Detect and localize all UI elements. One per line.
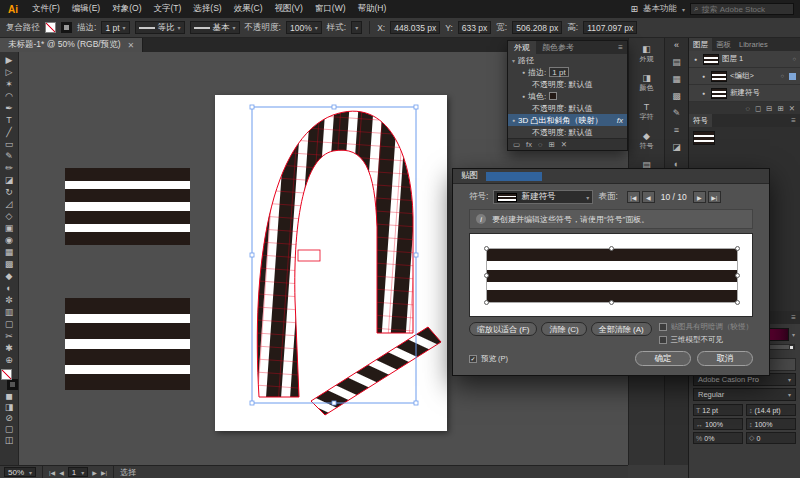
appearance-row-stroke[interactable]: ● 描边: 1 pt — [508, 66, 627, 78]
swatches-panel-icon[interactable]: ▩ — [672, 91, 681, 101]
lasso-tool[interactable]: ◠ — [1, 90, 18, 102]
zoom-level-select[interactable]: 50%▾ — [4, 467, 36, 477]
new-sublayer-icon[interactable]: ⊟ — [766, 104, 772, 113]
width-field[interactable]: 506.208 px — [512, 21, 562, 34]
tab-layers[interactable]: 图层 — [689, 38, 712, 51]
clear-button[interactable]: 清除 (C) — [541, 322, 586, 336]
x-field[interactable]: 448.035 px — [390, 21, 440, 34]
first-surface-button[interactable]: |◀ — [627, 191, 640, 203]
spacing-field[interactable]: % 0% — [693, 432, 743, 444]
stroke-width-select[interactable]: 1 pt▾ — [101, 21, 129, 34]
eye-icon[interactable]: ● — [522, 69, 525, 75]
prev-artboard-icon[interactable]: ◀ — [59, 469, 64, 476]
workspace-icon[interactable]: ⊞ — [630, 4, 638, 14]
blend-tool[interactable]: ◐ — [1, 282, 18, 294]
stock-search[interactable]: ⌕ — [690, 3, 794, 15]
zoom-tool[interactable]: ⊕ — [1, 354, 18, 366]
target-icon[interactable]: ○ — [780, 73, 786, 79]
menu-item[interactable]: 文件(F) — [26, 3, 66, 15]
screen-mode-button[interactable]: ◫ — [1, 434, 18, 445]
handle[interactable] — [735, 246, 740, 251]
mapped-symbol-art[interactable] — [487, 249, 737, 302]
gradient-tool[interactable]: ▩ — [1, 258, 18, 270]
last-surface-button[interactable]: ▶| — [708, 191, 721, 203]
eye-icon[interactable]: ● — [699, 90, 708, 96]
h-scale-field[interactable]: ↔ 100% — [693, 418, 743, 430]
stroke-width-box[interactable]: 1 pt — [549, 67, 568, 77]
panel-tab-color[interactable]: ◨ 颜色 — [631, 70, 663, 96]
tab-symbols[interactable]: 符号 — [689, 114, 712, 127]
eye-icon[interactable]: ● — [691, 56, 700, 62]
new-symbol-swatch[interactable] — [693, 131, 715, 145]
new-stroke-icon[interactable]: ▭ — [513, 140, 520, 149]
menu-item[interactable]: 对象(O) — [106, 3, 147, 15]
tab-artboards[interactable]: 画板 — [712, 40, 735, 50]
artboards-panel-icon[interactable]: ▦ — [672, 74, 681, 84]
eye-icon[interactable]: ● — [699, 73, 708, 79]
column-graph-tool[interactable]: ▥ — [1, 306, 18, 318]
appearance-row-fill-opacity[interactable]: 不透明度: 默认值 — [508, 102, 627, 114]
opacity-select[interactable]: 100%▾ — [286, 21, 322, 34]
free-transform-tool[interactable]: ▣ — [1, 222, 18, 234]
stroke-color-swatch[interactable] — [61, 22, 72, 33]
fill-stroke-indicator[interactable] — [1, 369, 18, 390]
handle[interactable] — [735, 300, 740, 305]
next-surface-button[interactable]: ▶ — [693, 191, 706, 203]
menu-item[interactable]: 视图(V) — [269, 3, 309, 15]
symbol-row[interactable]: ● 新建符号 — [689, 85, 800, 102]
artboard-number-select[interactable]: 1▾ — [68, 467, 88, 477]
layers-panel-icon[interactable]: ▤ — [672, 57, 681, 67]
height-field[interactable]: 1107.097 px — [583, 21, 637, 34]
selection-tool[interactable]: ▶ — [1, 54, 18, 66]
clear-all-button[interactable]: 全部清除 (A) — [591, 322, 652, 336]
fx-icon[interactable]: fx — [617, 116, 623, 125]
tab-appearance[interactable]: 外观 — [508, 41, 536, 54]
handle[interactable] — [609, 246, 614, 251]
scale-tool[interactable]: ◿ — [1, 198, 18, 210]
close-document-icon[interactable]: ✕ — [128, 41, 135, 50]
fill-color-swatch[interactable] — [549, 92, 557, 100]
layer-row[interactable]: ● 图层 1 ○ — [689, 51, 800, 68]
hand-tool[interactable]: ✱ — [1, 342, 18, 354]
last-artboard-icon[interactable]: ▶| — [101, 469, 107, 476]
menu-item[interactable]: 效果(C) — [228, 3, 269, 15]
panel-tab-symbols[interactable]: ◆ 符号 — [631, 128, 663, 154]
shape-builder-tool[interactable]: ◉ — [1, 234, 18, 246]
tracking-field[interactable]: ◇ 0 — [746, 432, 796, 444]
group-row[interactable]: ● <编组> ○ — [689, 68, 800, 85]
paintbrush-tool[interactable]: ✎ — [1, 150, 18, 162]
shade-artwork-checkbox[interactable]: 贴图具有明暗调（较慢） — [659, 322, 754, 332]
fill-none-swatch[interactable] — [45, 22, 56, 33]
new-layer-icon[interactable]: ⊞ — [777, 104, 783, 113]
invisible-geometry-checkbox[interactable]: 三维模型不可见 — [659, 335, 754, 345]
appearance-row-fill[interactable]: ● 填色: — [508, 90, 627, 102]
search-input[interactable] — [701, 5, 787, 14]
menu-item[interactable]: 文字(T) — [147, 3, 187, 15]
handle[interactable] — [484, 273, 489, 278]
magic-wand-tool[interactable]: ✶ — [1, 78, 18, 90]
mesh-tool[interactable]: ▦ — [1, 246, 18, 258]
width-profile-select[interactable]: 等比▾ — [135, 21, 185, 34]
eye-icon[interactable]: ● — [522, 93, 525, 99]
striped-artwork-top[interactable] — [65, 168, 190, 245]
artboard-tool[interactable]: ▢ — [1, 318, 18, 330]
delete-layer-icon[interactable]: ✕ — [789, 104, 795, 113]
mapped-3d-artwork[interactable] — [215, 95, 447, 431]
map-preview-area[interactable] — [469, 233, 753, 317]
menu-item[interactable]: 窗口(W) — [309, 3, 352, 15]
pen-tool[interactable]: ✒ — [1, 102, 18, 114]
workspace-switcher[interactable]: 基本功能 — [643, 3, 677, 15]
direct-selection-tool[interactable]: ▷ — [1, 66, 18, 78]
handle[interactable] — [484, 300, 489, 305]
next-artboard-icon[interactable]: ▶ — [92, 469, 97, 476]
menu-item[interactable]: 选择(S) — [187, 3, 227, 15]
striped-artwork-bottom[interactable] — [65, 298, 190, 390]
preview-checkbox[interactable]: ✓ 预览 (P) — [469, 354, 508, 364]
font-size-field[interactable]: T 12 pt — [693, 404, 743, 416]
stroke-panel-icon[interactable]: ≡ — [674, 125, 679, 135]
symbol-select[interactable]: 新建符号 ▾ — [493, 190, 593, 204]
appearance-row-3d-effect[interactable]: ● 3D 凸出和斜角（映射） fx — [508, 114, 627, 126]
eraser-tool[interactable]: ◪ — [1, 174, 18, 186]
none-button[interactable]: ⊘ — [1, 412, 18, 423]
eyedropper-tool[interactable]: ◆ — [1, 270, 18, 282]
